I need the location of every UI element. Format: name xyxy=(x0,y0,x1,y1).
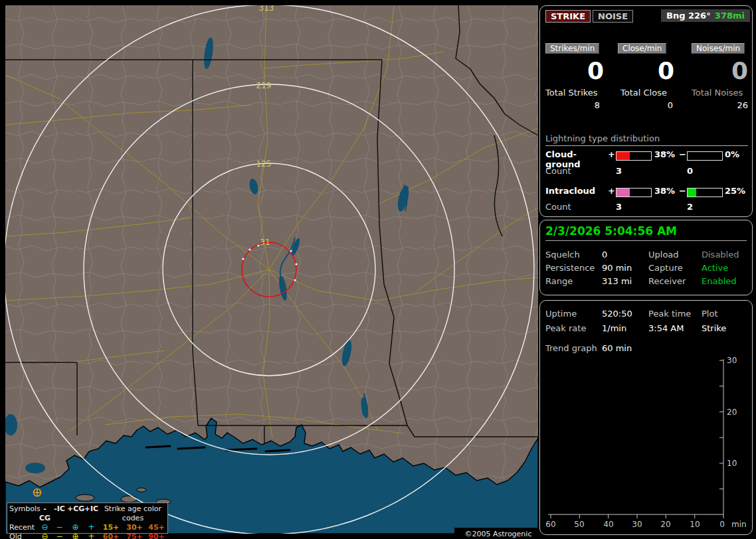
close-per-min-column: Close/min 0 Total Close 0 xyxy=(617,6,674,216)
ic-minus-sign: − xyxy=(679,186,686,196)
ic-minus-pct: 25% xyxy=(725,186,745,196)
upload-status: Disabled xyxy=(702,250,739,260)
strike-counter-panel: STRIKE NOISE Bng 226° 378mi Strikes/min … xyxy=(539,5,753,217)
legend-row-old: Old xyxy=(9,532,38,539)
x-tick-60: 60 xyxy=(545,520,555,529)
recent-ncg-icon: ⊖ xyxy=(38,523,52,532)
ic-count-plus: 3 xyxy=(616,202,622,212)
legend-col-nic: -IC xyxy=(52,504,67,523)
age-30: 30+ xyxy=(123,523,146,532)
ic-count-label: Count xyxy=(545,202,571,212)
strikes-per-min-column: Strikes/min 0 Total Strikes 8 xyxy=(545,6,604,216)
close-per-min-value: 0 xyxy=(617,59,674,83)
capture-label: Capture xyxy=(648,263,683,273)
age-90: 90+ xyxy=(146,532,167,539)
age-45: 45+ xyxy=(146,523,167,532)
ic-minus-bar xyxy=(687,188,723,197)
total-noises-label: Total Noises xyxy=(692,88,748,98)
legend-col-pcg: +CG xyxy=(67,504,84,523)
range-label: Range xyxy=(545,276,573,286)
range-value: 313 mi xyxy=(602,276,632,286)
intracloud-label: Intracloud xyxy=(545,186,609,196)
cg-count-label: Count xyxy=(545,166,571,176)
cg-plus-bar xyxy=(616,151,652,161)
trend-panel: Uptime 520:50 Peak time Plot Peak rate 1… xyxy=(539,300,753,535)
old-nic-icon: − xyxy=(52,532,67,539)
age-75: 75+ xyxy=(123,532,146,539)
squelch-label: Squelch xyxy=(545,250,580,260)
legend-col-ncg: -CG xyxy=(38,504,52,523)
persistence-label: Persistence xyxy=(545,263,595,273)
ic-plus-bar xyxy=(616,188,652,197)
cg-plus-pct: 38% xyxy=(654,149,675,159)
legend-age-header: Strike age color codes xyxy=(99,504,167,523)
lightning-map[interactable]: 313 219 125 31 ©2005 Astrogenic Systems xyxy=(5,5,538,534)
cg-minus-bar xyxy=(687,151,723,161)
total-strikes-value: 8 xyxy=(545,100,600,110)
y-tick-30: 30 xyxy=(727,356,737,365)
cg-count-plus: 3 xyxy=(616,166,622,176)
total-strikes-label: Total Strikes xyxy=(545,88,604,98)
old-pic-icon: + xyxy=(84,532,99,539)
recent-nic-icon: − xyxy=(52,523,67,532)
upload-label: Upload xyxy=(648,250,679,260)
nexstorm-app-window: 313 219 125 31 ©2005 Astrogenic Systems … xyxy=(0,0,756,539)
old-ncg-icon: ⊖ xyxy=(38,532,52,539)
ring-label-219: 219 xyxy=(256,81,272,90)
recent-pcg-icon: ⊕ xyxy=(67,523,84,532)
noises-per-min-button[interactable]: Noises/min xyxy=(692,43,745,54)
copyright-text: ©2005 Astrogenic Systems xyxy=(454,528,542,539)
ic-plus-pct: 38% xyxy=(654,186,675,196)
trend-graph: 30 20 10 60 50 40 30 20 10 0 min xyxy=(540,301,752,534)
ring-label-125: 125 xyxy=(256,159,272,169)
strikes-per-min-value: 0 xyxy=(545,59,604,83)
legend-col-pic: +IC xyxy=(84,504,99,523)
old-pcg-icon: ⊕ xyxy=(67,532,84,539)
total-close-label: Total Close xyxy=(620,88,675,98)
x-tick-20: 20 xyxy=(660,520,670,529)
x-axis-unit: min xyxy=(731,520,747,529)
ic-count-minus: 2 xyxy=(687,202,693,212)
cg-count-minus: 0 xyxy=(687,166,693,176)
x-tick-40: 40 xyxy=(603,520,613,529)
age-15: 15+ xyxy=(99,523,123,532)
cg-plus-sign: + xyxy=(608,149,615,159)
total-noises-value: 26 xyxy=(690,100,748,110)
x-tick-10: 10 xyxy=(690,520,700,529)
y-tick-10: 10 xyxy=(727,459,737,468)
distribution-title: Lightning type distribution xyxy=(545,133,748,146)
receiver-status: Enabled xyxy=(702,276,737,286)
cg-minus-sign: − xyxy=(679,149,686,159)
squelch-value: 0 xyxy=(602,250,607,260)
ring-label-313: 313 xyxy=(259,5,274,13)
noises-per-min-value: 0 xyxy=(690,59,748,83)
total-close-value: 0 xyxy=(617,100,673,110)
map-canvas: 313 219 125 31 xyxy=(5,5,538,534)
recent-pic-icon: + xyxy=(84,523,99,532)
datetime-underline xyxy=(545,240,747,241)
legend-row-recent: Recent xyxy=(9,523,38,532)
y-tick-20: 20 xyxy=(727,408,737,417)
status-panel: 2/3/2026 5:04:56 AM Squelch 0 Upload Dis… xyxy=(539,220,753,295)
cg-minus-pct: 0% xyxy=(725,149,739,159)
capture-status: Active xyxy=(702,263,728,273)
strike-marker-old-pcg-icon xyxy=(33,489,41,497)
ring-label-31: 31 xyxy=(260,238,270,247)
ic-plus-sign: + xyxy=(608,186,615,196)
persistence-value: 90 min xyxy=(602,263,632,273)
map-legend: Symbols -CG -IC +CG +IC Strike age color… xyxy=(7,502,168,534)
x-tick-30: 30 xyxy=(632,520,642,529)
close-per-min-button[interactable]: Close/min xyxy=(618,43,666,54)
legend-symbols-header: Symbols xyxy=(9,504,38,523)
x-tick-0: 0 xyxy=(719,520,725,529)
noises-per-min-column: Noises/min 0 Total Noises 26 xyxy=(690,6,748,216)
datetime-display: 2/3/2026 5:04:56 AM xyxy=(545,224,677,238)
age-60: 60+ xyxy=(99,532,123,539)
receiver-label: Receiver xyxy=(648,276,686,286)
strikes-per-min-button[interactable]: Strikes/min xyxy=(545,43,599,54)
x-tick-50: 50 xyxy=(574,520,584,529)
